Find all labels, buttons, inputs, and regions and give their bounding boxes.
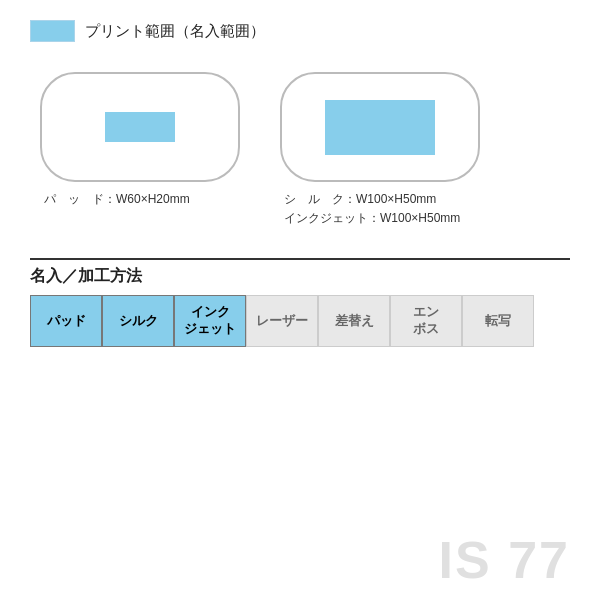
method-btn-pad[interactable]: パッド — [30, 295, 102, 347]
diagrams-row: パ ッ ド：W60×H20mm シ ル ク：W100×H50mm インクジェット… — [40, 72, 570, 228]
method-btn-laser[interactable]: レーザー — [246, 295, 318, 347]
diagram-silk: シ ル ク：W100×H50mm インクジェット：W100×H50mm — [280, 72, 480, 228]
shape-pad — [40, 72, 240, 182]
page-container: プリント範囲（名入範囲） パ ッ ド：W60×H20mm シ ル ク：W100×… — [0, 0, 600, 600]
section-title-area: 名入／加工方法 — [30, 258, 570, 287]
methods-row: パッドシルクインクジェットレーザー差替えエンボス転写 — [30, 295, 570, 347]
method-btn-transfer[interactable]: 転写 — [462, 295, 534, 347]
shape-silk — [280, 72, 480, 182]
legend-color-box — [30, 20, 75, 42]
print-area-pad — [105, 112, 175, 142]
method-btn-replace[interactable]: 差替え — [318, 295, 390, 347]
legend-label: プリント範囲（名入範囲） — [85, 22, 265, 41]
legend-row: プリント範囲（名入範囲） — [30, 20, 570, 42]
method-btn-inkjet[interactable]: インクジェット — [174, 295, 246, 347]
method-btn-silk[interactable]: シルク — [102, 295, 174, 347]
method-btn-emboss[interactable]: エンボス — [390, 295, 462, 347]
diagram-silk-label: シ ル ク：W100×H50mm インクジェット：W100×H50mm — [284, 190, 460, 228]
print-area-silk — [325, 100, 435, 155]
section-title: 名入／加工方法 — [30, 267, 142, 284]
diagram-pad: パ ッ ド：W60×H20mm — [40, 72, 240, 209]
watermark-text: IS 77 — [439, 530, 570, 590]
diagram-pad-label: パ ッ ド：W60×H20mm — [44, 190, 190, 209]
